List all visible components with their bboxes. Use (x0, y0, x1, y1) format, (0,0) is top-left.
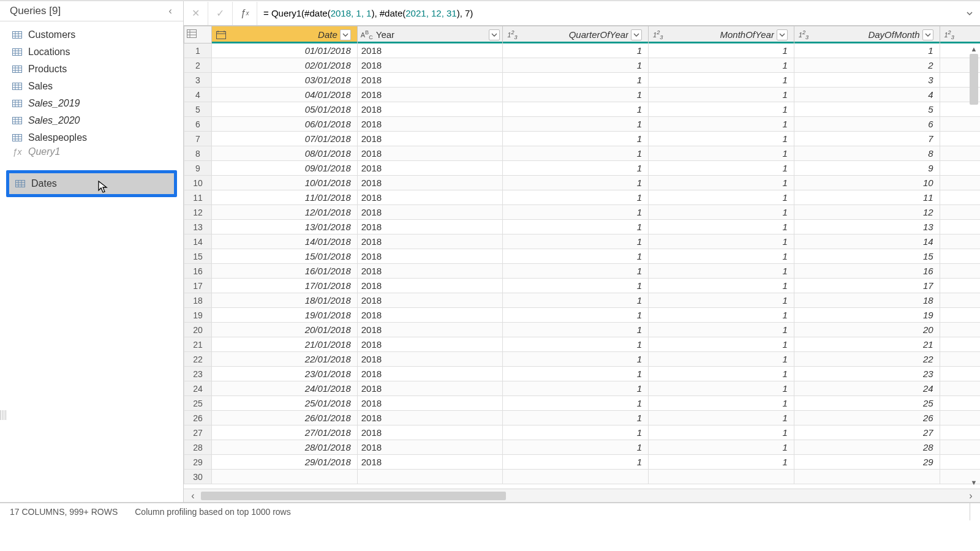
cell-date[interactable]: 17/01/2018 (212, 279, 358, 293)
cell-year[interactable]: 2018 (357, 279, 503, 293)
cell-month[interactable]: 1 (649, 455, 794, 470)
cell-year[interactable]: 2018 (357, 205, 503, 220)
cell-quarter[interactable]: 1 (503, 190, 649, 205)
table-row[interactable]: 2929/01/20182018112920180129Janu (184, 455, 981, 470)
table-row[interactable]: 404/01/2018201811420180104Janu (184, 88, 981, 102)
cell-day[interactable]: 6 (794, 117, 940, 132)
row-number[interactable]: 1 (184, 43, 212, 58)
table-row[interactable]: 1717/01/20182018111720180117Janu (184, 279, 981, 293)
cell-quarter[interactable]: 1 (503, 337, 649, 352)
cell-month[interactable]: 1 (649, 102, 794, 117)
cell-day[interactable]: 7 (794, 132, 940, 146)
table-row[interactable]: 1313/01/20182018111320180113Janu (184, 220, 981, 234)
cell-date[interactable] (212, 470, 358, 484)
cell-day[interactable]: 10 (794, 176, 940, 190)
table-row[interactable]: 2828/01/20182018112820180128Janu (184, 440, 981, 455)
cell-day[interactable]: 3 (794, 73, 940, 88)
cell-date[interactable]: 22/01/2018 (212, 352, 358, 367)
cell-year[interactable]: 2018 (357, 337, 503, 352)
row-number[interactable]: 27 (184, 425, 212, 440)
query-item-customers[interactable]: Customers (0, 26, 183, 43)
cell-year[interactable]: 2018 (357, 176, 503, 190)
cell-day[interactable]: 23 (794, 367, 940, 381)
collapse-queries-icon[interactable]: ‹ (166, 5, 175, 17)
datatype-icon[interactable]: 123 (651, 29, 665, 40)
row-number[interactable]: 19 (184, 308, 212, 323)
row-number[interactable]: 30 (184, 470, 212, 484)
scroll-left-icon[interactable]: ‹ (187, 491, 198, 501)
scroll-right-icon[interactable]: › (965, 491, 976, 501)
cell-quarter[interactable]: 1 (503, 249, 649, 264)
table-row[interactable]: 30 (184, 470, 981, 484)
cell-year[interactable] (357, 470, 503, 484)
cell-quarter[interactable]: 1 (503, 367, 649, 381)
row-number[interactable]: 17 (184, 279, 212, 293)
cell-year[interactable]: 2018 (357, 308, 503, 323)
table-row[interactable]: 1818/01/20182018111820180118Janu (184, 293, 981, 308)
query-item-sales_2020[interactable]: Sales_2020 (0, 112, 183, 129)
cell-date[interactable]: 11/01/2018 (212, 190, 358, 205)
table-row[interactable]: 505/01/2018201811520180105Janu (184, 102, 981, 117)
cell-date[interactable]: 26/01/2018 (212, 411, 358, 425)
cell-year[interactable]: 2018 (357, 411, 503, 425)
datatype-icon[interactable]: ABC (360, 29, 374, 40)
cell-month[interactable]: 1 (649, 58, 794, 73)
cell-month[interactable]: 1 (649, 161, 794, 176)
cell-year[interactable]: 2018 (357, 352, 503, 367)
cell-day[interactable]: 17 (794, 279, 940, 293)
row-number[interactable]: 24 (184, 381, 212, 396)
query-item-salespeoples[interactable]: Salespeoples (0, 129, 183, 146)
cell-day[interactable]: 20 (794, 323, 940, 337)
table-row[interactable]: 909/01/2018201811920180109Janu (184, 161, 981, 176)
cell-year[interactable]: 2018 (357, 249, 503, 264)
cell-quarter[interactable]: 1 (503, 411, 649, 425)
table-row[interactable]: 2323/01/20182018112320180123Janu (184, 367, 981, 381)
table-row[interactable]: 1414/01/20182018111420180114Janu (184, 234, 981, 249)
table-row[interactable]: 2121/01/20182018112120180121Janu (184, 337, 981, 352)
cell-date[interactable]: 12/01/2018 (212, 205, 358, 220)
cell-quarter[interactable]: 1 (503, 73, 649, 88)
cell-date[interactable]: 07/01/2018 (212, 132, 358, 146)
query-item-dates[interactable]: Dates (9, 173, 174, 194)
table-row[interactable]: 2727/01/20182018112720180127Janu (184, 425, 981, 440)
cell-quarter[interactable]: 1 (503, 205, 649, 220)
cell-day[interactable]: 2 (794, 58, 940, 73)
cell-day[interactable]: 18 (794, 293, 940, 308)
cell-date[interactable]: 19/01/2018 (212, 308, 358, 323)
cell-year[interactable]: 2018 (357, 43, 503, 58)
table-row[interactable]: 1111/01/20182018111120180111Janu (184, 190, 981, 205)
table-row[interactable]: 2626/01/20182018112620180126Janu (184, 411, 981, 425)
cell-quarter[interactable]: 1 (503, 293, 649, 308)
cell-month[interactable]: 1 (649, 337, 794, 352)
cell-date[interactable]: 09/01/2018 (212, 161, 358, 176)
cell-date[interactable]: 16/01/2018 (212, 264, 358, 279)
column-filter-icon[interactable] (340, 29, 351, 40)
cell-quarter[interactable]: 1 (503, 440, 649, 455)
datatype-icon[interactable]: 123 (797, 29, 810, 40)
row-number[interactable]: 26 (184, 411, 212, 425)
row-number[interactable]: 15 (184, 249, 212, 264)
cell-month[interactable]: 1 (649, 205, 794, 220)
cell-month[interactable]: 1 (649, 146, 794, 161)
row-number[interactable]: 25 (184, 396, 212, 411)
cell-quarter[interactable]: 1 (503, 396, 649, 411)
cell-quarter[interactable]: 1 (503, 264, 649, 279)
row-number[interactable]: 9 (184, 161, 212, 176)
cell-date[interactable]: 03/01/2018 (212, 73, 358, 88)
cell-quarter[interactable]: 1 (503, 323, 649, 337)
cell-month[interactable]: 1 (649, 367, 794, 381)
cell-date[interactable]: 24/01/2018 (212, 381, 358, 396)
table-row[interactable]: 1919/01/20182018111920180119Janu (184, 308, 981, 323)
table-row[interactable]: 202/01/2018201811220180102Janu (184, 58, 981, 73)
cell-year[interactable]: 2018 (357, 396, 503, 411)
column-header-quarterofyear[interactable]: 123QuarterOfYear (503, 26, 649, 43)
cell-date[interactable]: 10/01/2018 (212, 176, 358, 190)
cell-day[interactable] (794, 470, 940, 484)
column-header-dateint[interactable]: 123DateInt (940, 26, 980, 43)
cell-day[interactable]: 27 (794, 425, 940, 440)
datatype-icon[interactable]: 123 (943, 29, 956, 40)
column-filter-icon[interactable] (922, 29, 933, 40)
cell-day[interactable]: 26 (794, 411, 940, 425)
cell-day[interactable]: 8 (794, 146, 940, 161)
row-number[interactable]: 10 (184, 176, 212, 190)
